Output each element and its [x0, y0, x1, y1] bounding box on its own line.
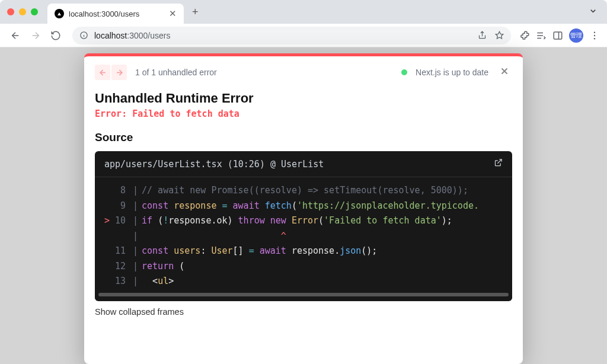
share-icon[interactable] — [478, 31, 487, 40]
code-frame: app/users/UserList.tsx (10:26) @ UserLis… — [95, 151, 512, 301]
browser-tab[interactable]: localhost:3000/users ✕ — [47, 4, 184, 24]
code-frame-header: app/users/UserList.tsx (10:26) @ UserLis… — [95, 151, 512, 177]
tab-title: localhost:3000/users — [69, 9, 164, 18]
new-tab-button[interactable]: + — [190, 6, 201, 18]
code-line: 11|const users: User[] = await response.… — [95, 244, 512, 259]
source-location: app/users/UserList.tsx (10:26) @ UserLis… — [104, 159, 324, 170]
address-bar: localhost:3000/users 管理 — [0, 24, 607, 47]
browser-chrome: localhost:3000/users ✕ + localhost:3000/… — [0, 0, 607, 47]
site-info-icon[interactable] — [79, 31, 88, 40]
horizontal-scrollbar[interactable] — [95, 293, 512, 299]
extensions-icon[interactable] — [519, 30, 530, 41]
forward-button[interactable] — [27, 27, 44, 44]
code-line: 13| <ul> — [95, 274, 512, 289]
window-zoom-button[interactable] — [31, 8, 38, 15]
favicon-icon — [55, 9, 64, 18]
svg-line-19 — [497, 159, 501, 164]
svg-rect-10 — [554, 32, 562, 39]
show-collapsed-frames-link[interactable]: Show collapsed frames — [84, 301, 523, 325]
reading-list-icon[interactable] — [536, 30, 547, 41]
tab-bar: localhost:3000/users ✕ + — [0, 0, 607, 24]
dialog-header: 1 of 1 unhandled error Next.js is up to … — [84, 56, 523, 86]
svg-point-14 — [594, 38, 595, 39]
status-dot-icon — [401, 69, 407, 75]
page-content: 1 of 1 unhandled error Next.js is up to … — [0, 47, 607, 364]
url-text: localhost:3000/users — [94, 31, 170, 40]
code-line: | ^ — [95, 229, 512, 244]
code-line: 8|// await new Promise((resolve) => setT… — [95, 183, 512, 199]
status-text: Next.js is up to date — [416, 68, 488, 77]
side-panel-icon[interactable] — [552, 30, 563, 41]
url-bar[interactable]: localhost:3000/users — [72, 27, 511, 44]
window-close-button[interactable] — [7, 8, 14, 15]
window-controls — [7, 8, 38, 15]
error-overlay-dialog: 1 of 1 unhandled error Next.js is up to … — [84, 53, 523, 364]
open-in-editor-icon[interactable] — [494, 158, 503, 170]
bookmark-star-icon[interactable] — [495, 31, 504, 40]
kebab-menu-icon[interactable] — [589, 30, 600, 41]
svg-point-12 — [594, 31, 595, 33]
error-message: Error: Failed to fetch data — [84, 108, 523, 129]
dialog-close-button[interactable] — [497, 63, 512, 81]
toolbar-icons: 管理 — [519, 28, 600, 43]
code-line: 12|return ( — [95, 259, 512, 274]
code-line: 9|const response = await fetch('https://… — [95, 199, 512, 214]
next-error-button[interactable] — [111, 65, 127, 80]
pager-text: 1 of 1 unhandled error — [135, 68, 217, 77]
prev-error-button[interactable] — [95, 65, 110, 80]
window-minimize-button[interactable] — [19, 8, 26, 15]
svg-marker-6 — [496, 31, 503, 39]
error-title: Unhandled Runtime Error — [84, 86, 523, 108]
tab-overflow-chevron-icon[interactable] — [589, 7, 598, 18]
code-lines: 8|// await new Promise((resolve) => setT… — [95, 177, 512, 293]
reload-button[interactable] — [47, 27, 64, 44]
section-label-source: Source — [84, 129, 523, 151]
back-button[interactable] — [7, 27, 24, 44]
tab-close-button[interactable]: ✕ — [169, 8, 177, 19]
svg-point-13 — [594, 34, 595, 36]
code-line: > 10|if (!response.ok) throw new Error('… — [95, 213, 512, 229]
profile-avatar[interactable]: 管理 — [569, 28, 583, 43]
